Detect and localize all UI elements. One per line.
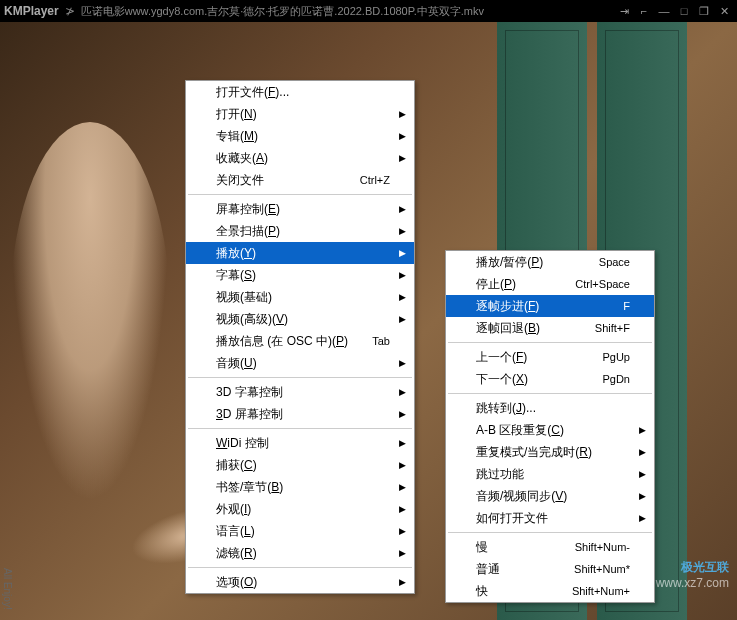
menu-item-shortcut: Tab: [372, 335, 390, 347]
menu-item-label: 全景扫描(P): [216, 223, 390, 240]
submenu-arrow-icon: ▶: [399, 387, 406, 397]
sub-menu-item-1[interactable]: 停止(P)Ctrl+Space: [446, 273, 654, 295]
main-menu-item-9[interactable]: 字幕(S)▶: [186, 264, 414, 286]
minimize-button[interactable]: —: [655, 3, 673, 19]
submenu-arrow-icon: ▶: [399, 292, 406, 302]
menu-item-label: 选项(O): [216, 574, 390, 591]
submenu-arrow-icon: ▶: [399, 482, 406, 492]
main-menu-item-1[interactable]: 打开(N)▶: [186, 103, 414, 125]
sub-menu-item-8[interactable]: 跳转到(J)...: [446, 397, 654, 419]
menu-item-shortcut: Shift+Num-: [575, 541, 630, 553]
menu-item-label: 如何打开文件: [476, 510, 630, 527]
main-menu-item-22[interactable]: 语言(L)▶: [186, 520, 414, 542]
main-menu-item-23[interactable]: 滤镜(R)▶: [186, 542, 414, 564]
menu-item-label: 打开文件(F)...: [216, 84, 390, 101]
main-menu-item-3[interactable]: 收藏夹(A)▶: [186, 147, 414, 169]
watermark-text: 极光互联: [656, 559, 729, 576]
menu-separator: [188, 567, 412, 568]
menu-item-shortcut: F: [623, 300, 630, 312]
pin-button[interactable]: ⇥: [615, 3, 633, 19]
main-menu-item-0[interactable]: 打开文件(F)...: [186, 81, 414, 103]
menu-item-label: 外观(I): [216, 501, 390, 518]
sub-menu-item-13[interactable]: 如何打开文件▶: [446, 507, 654, 529]
sub-menu-item-0[interactable]: 播放/暂停(P)Space: [446, 251, 654, 273]
menu-item-label: 关闭文件: [216, 172, 360, 189]
watermark: 极光互联 www.xz7.com: [656, 559, 729, 590]
sub-menu-item-2[interactable]: 逐帧步进(F)F: [446, 295, 654, 317]
vertical-slogan: All Enjoy!: [2, 568, 13, 610]
menu-item-label: 视频(基础): [216, 289, 390, 306]
submenu-arrow-icon: ▶: [399, 226, 406, 236]
scene-character: [10, 122, 170, 502]
menu-item-label: 逐帧回退(B): [476, 320, 595, 337]
menu-item-label: 视频(高级)(V): [216, 311, 390, 328]
submenu-arrow-icon: ▶: [399, 548, 406, 558]
sub-menu-item-12[interactable]: 音频/视频同步(V)▶: [446, 485, 654, 507]
sub-menu-item-9[interactable]: A-B 区段重复(C)▶: [446, 419, 654, 441]
main-menu-item-18[interactable]: WiDi 控制▶: [186, 432, 414, 454]
menu-item-label: 播放(Y): [216, 245, 390, 262]
menu-item-label: 播放信息 (在 OSC 中)(P): [216, 333, 372, 350]
submenu-arrow-icon: ▶: [399, 577, 406, 587]
menu-item-label: 字幕(S): [216, 267, 390, 284]
sub-menu-item-15[interactable]: 慢Shift+Num-: [446, 536, 654, 558]
main-menu-item-10[interactable]: 视频(基础)▶: [186, 286, 414, 308]
sub-menu-item-5[interactable]: 上一个(F)PgUp: [446, 346, 654, 368]
main-menu-item-19[interactable]: 捕获(C)▶: [186, 454, 414, 476]
main-menu-item-21[interactable]: 外观(I)▶: [186, 498, 414, 520]
menu-item-label: 专辑(M): [216, 128, 390, 145]
submenu-arrow-icon: ▶: [399, 438, 406, 448]
main-menu-item-11[interactable]: 视频(高级)(V)▶: [186, 308, 414, 330]
app-logo: KMPlayer: [4, 4, 59, 18]
menu-item-label: 停止(P): [476, 276, 575, 293]
main-menu-item-8[interactable]: 播放(Y)▶: [186, 242, 414, 264]
submenu-arrow-icon: ▶: [399, 358, 406, 368]
close-button[interactable]: ✕: [715, 3, 733, 19]
menu-item-shortcut: Shift+F: [595, 322, 630, 334]
main-menu-item-6[interactable]: 屏幕控制(E)▶: [186, 198, 414, 220]
menu-item-shortcut: Ctrl+Space: [575, 278, 630, 290]
main-menu-item-4[interactable]: 关闭文件Ctrl+Z: [186, 169, 414, 191]
menu-item-label: 书签/章节(B): [216, 479, 390, 496]
menu-separator: [188, 194, 412, 195]
menu-item-label: 语言(L): [216, 523, 390, 540]
main-menu-item-15[interactable]: 3D 字幕控制▶: [186, 381, 414, 403]
menu-separator: [188, 377, 412, 378]
sub-menu-item-11[interactable]: 跳过功能▶: [446, 463, 654, 485]
main-menu-item-13[interactable]: 音频(U)▶: [186, 352, 414, 374]
submenu-arrow-icon: ▶: [399, 109, 406, 119]
menu-item-label: 收藏夹(A): [216, 150, 390, 167]
main-menu-item-12[interactable]: 播放信息 (在 OSC 中)(P)Tab: [186, 330, 414, 352]
maximize-button[interactable]: □: [675, 3, 693, 19]
menu-item-label: 跳转到(J)...: [476, 400, 630, 417]
menu-item-label: 重复模式/当完成时(R): [476, 444, 630, 461]
menu-item-shortcut: Shift+Num+: [572, 585, 630, 597]
menu-item-label: 普通: [476, 561, 574, 578]
submenu-arrow-icon: ▶: [399, 248, 406, 258]
menu-item-label: 播放/暂停(P): [476, 254, 599, 271]
titlebar-left: KMPlayer ≯ 匹诺电影www.ygdy8.com.吉尔莫·德尔·托罗的匹…: [4, 4, 484, 19]
menu-item-label: 滤镜(R): [216, 545, 390, 562]
sub-menu-item-6[interactable]: 下一个(X)PgDn: [446, 368, 654, 390]
menu-item-label: 下一个(X): [476, 371, 602, 388]
submenu-arrow-icon: ▶: [639, 447, 646, 457]
sub-menu-item-17[interactable]: 快Shift+Num+: [446, 580, 654, 602]
main-menu-item-25[interactable]: 选项(O)▶: [186, 571, 414, 593]
main-menu-item-16[interactable]: 3D 屏幕控制▶: [186, 403, 414, 425]
main-menu-item-20[interactable]: 书签/章节(B)▶: [186, 476, 414, 498]
compact-button[interactable]: ⌐: [635, 3, 653, 19]
sub-menu-item-10[interactable]: 重复模式/当完成时(R)▶: [446, 441, 654, 463]
sub-menu-item-3[interactable]: 逐帧回退(B)Shift+F: [446, 317, 654, 339]
main-menu-item-7[interactable]: 全景扫描(P)▶: [186, 220, 414, 242]
sub-menu-item-16[interactable]: 普通Shift+Num*: [446, 558, 654, 580]
playback-submenu: 播放/暂停(P)Space停止(P)Ctrl+Space逐帧步进(F)F逐帧回退…: [445, 250, 655, 603]
restore-button[interactable]: ❐: [695, 3, 713, 19]
submenu-arrow-icon: ▶: [399, 204, 406, 214]
menu-item-label: 捕获(C): [216, 457, 390, 474]
submenu-arrow-icon: ▶: [399, 131, 406, 141]
menu-item-label: 上一个(F): [476, 349, 602, 366]
menu-item-label: 打开(N): [216, 106, 390, 123]
main-menu-item-2[interactable]: 专辑(M)▶: [186, 125, 414, 147]
submenu-arrow-icon: ▶: [639, 425, 646, 435]
submenu-arrow-icon: ▶: [639, 469, 646, 479]
